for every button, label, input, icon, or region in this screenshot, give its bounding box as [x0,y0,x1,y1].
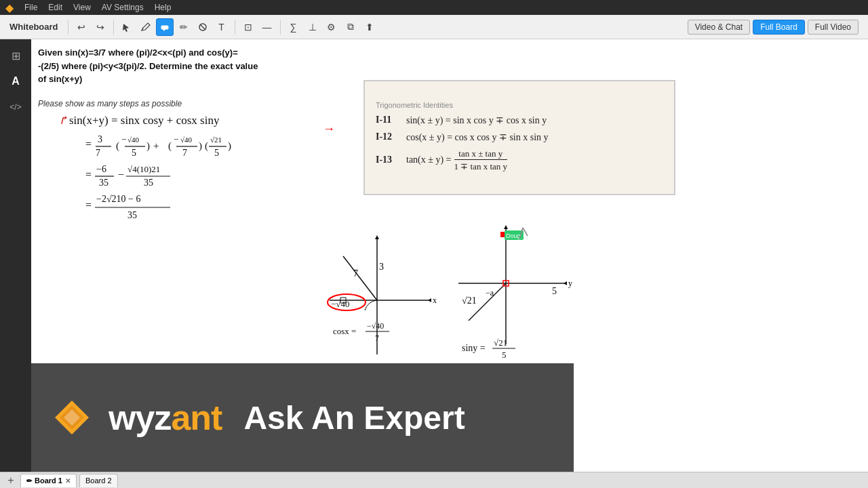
svg-text:siny =: siny = [462,343,486,353]
formula-button[interactable]: ∑ [285,18,302,36]
math-solution-svg: ↱ sin(x+y) = sinx cosy + cosx siny = 3 7… [52,107,336,365]
svg-text:√21: √21 [494,338,507,348]
menu-av-settings[interactable]: AV Settings [102,3,144,12]
svg-text:√40: √40 [127,136,140,144]
svg-text:√21: √21 [462,296,477,306]
svg-text:5: 5 [132,148,136,158]
svg-text:5: 5 [552,286,557,296]
svg-text:5: 5 [214,148,219,158]
toolbar-separator-4 [280,20,281,35]
svg-text:−6: −6 [96,164,106,174]
shape-button[interactable]: T [213,18,231,36]
svg-text:x: x [433,296,437,305]
menu-help[interactable]: Help [155,3,172,12]
wyzant-brand-text: wyzant [108,397,222,438]
svg-text:35: 35 [144,178,153,188]
full-board-button[interactable]: Full Board [753,20,805,35]
video-chat-button[interactable]: Video & Chat [688,20,751,35]
view-buttons: Video & Chat Full Board Full Video [688,20,864,35]
menu-edit[interactable]: Edit [48,3,62,12]
cursor-button[interactable] [118,18,136,36]
svg-text:y: y [568,279,572,288]
settings-button[interactable]: ⚙ [323,18,340,36]
svg-text:(: ( [168,140,172,152]
svg-text:−: − [118,169,124,180]
svg-text:−: − [174,134,178,144]
svg-text:−√40: −√40 [331,299,349,309]
menu-file[interactable]: File [24,3,37,12]
svg-text:sin(x+y) = sinx cosy + cosx si: sin(x+y) = sinx cosy + cosx siny [69,114,220,127]
tab-bar: + ✏ Board 1 ✕ Board 2 [0,472,868,488]
svg-text:√21: √21 [210,136,222,144]
svg-marker-58 [504,225,508,229]
full-video-button[interactable]: Full Video [808,20,859,35]
svg-text:7: 7 [182,148,187,158]
tab-board-2[interactable]: Board 2 [79,474,118,487]
menu-bar: ◆ File Edit View AV Settings Help [0,0,868,15]
svg-marker-57 [564,281,567,285]
line-button[interactable]: — [258,18,276,36]
add-board-button[interactable]: + [4,474,18,487]
code-icon[interactable]: </> [5,96,26,118]
svg-text:3: 3 [379,262,384,272]
svg-text:): ) [228,140,231,152]
toolbar-separator-1 [68,20,68,35]
tab-board-1[interactable]: ✏ Board 1 ✕ [20,474,77,487]
export-button[interactable]: ⬆ [361,18,378,36]
svg-text:√4(10)21: √4(10)21 [127,164,160,174]
main-area: ⊞ A </> Given sin(x)=3/7 where (pi)/2<x<… [0,39,868,472]
svg-text:(: ( [116,140,119,152]
ruler-button[interactable]: ⊥ [304,18,321,36]
ask-expert-text: Ask An Expert [243,399,465,436]
menu-view[interactable]: View [73,3,91,12]
formula-row-i13: I-13 tan(x ± y) = tan x ± tan y 1 ∓ tan … [376,148,663,172]
svg-marker-43 [375,235,379,239]
svg-line-69 [523,228,528,236]
svg-text:−√40: −√40 [367,321,384,331]
diagram-siny: y √21 5 −a Doug siny = √21 5 [445,222,580,371]
formula-row-i12: I-12 cos(x ± y) = cos x cos y ∓ sin x si… [376,131,663,143]
bottom-banner: wyzant Ask An Expert [31,363,574,472]
svg-text:): ) [146,140,150,152]
formula-row-i11: I-11 sin(x ± y) = sin x cos y ∓ cos x si… [376,115,663,126]
svg-text:cosx =: cosx = [333,326,356,336]
svg-marker-42 [428,298,431,302]
left-sidebar: ⊞ A </> [0,39,31,472]
toolbar: Whiteboard ↩ ↪ ✏ T ⊡ — ∑ ⊥ ⚙ ⧉ ⬆ Video &… [0,15,868,39]
svg-text:5: 5 [502,350,507,360]
tab-board-1-close[interactable]: ✕ [65,477,71,485]
whiteboard-canvas[interactable]: Given sin(x)=3/7 where (pi)/2<x<(pi) and… [31,39,868,472]
redo-button[interactable]: ↪ [92,18,109,36]
toolbar-separator-2 [113,20,114,35]
tab-board-2-label: Board 2 [85,476,112,485]
svg-text:(: ( [205,140,208,152]
undo-button[interactable]: ↩ [73,18,90,36]
grid-icon[interactable]: ⊞ [5,45,26,66]
text-tool-icon[interactable]: A [5,70,26,92]
move-button[interactable]: ⧉ [342,18,359,36]
app-icon: ◆ [5,1,14,14]
tab-board-1-label: Board 1 [35,476,62,485]
svg-text:+: + [153,140,159,151]
highlighter-button[interactable] [156,18,174,36]
pen-button[interactable] [137,18,155,36]
pencil-button[interactable]: ✏ [175,18,193,36]
question-text: Given sin(x)=3/7 where (pi)/2<x<(pi) and… [38,46,258,86]
svg-line-3 [200,24,205,30]
toolbar-separator-3 [235,20,235,35]
svg-text:↱: ↱ [58,114,68,127]
svg-text:7: 7 [96,148,100,158]
select-button[interactable]: ⊡ [239,18,257,36]
tab-board-1-icon: ✏ [26,477,32,485]
svg-text:3: 3 [98,134,102,144]
wyzant-logo-diamond [52,397,92,438]
svg-text:): ) [199,140,202,152]
svg-text:7: 7 [375,333,379,343]
svg-text:=: = [85,199,92,211]
svg-text:7: 7 [353,268,358,279]
svg-text:=: = [85,169,92,180]
svg-text:−a: −a [486,288,494,298]
whiteboard-label: Whiteboard [4,22,64,32]
eraser-button[interactable] [194,18,212,36]
svg-text:Doug: Doug [506,232,521,239]
